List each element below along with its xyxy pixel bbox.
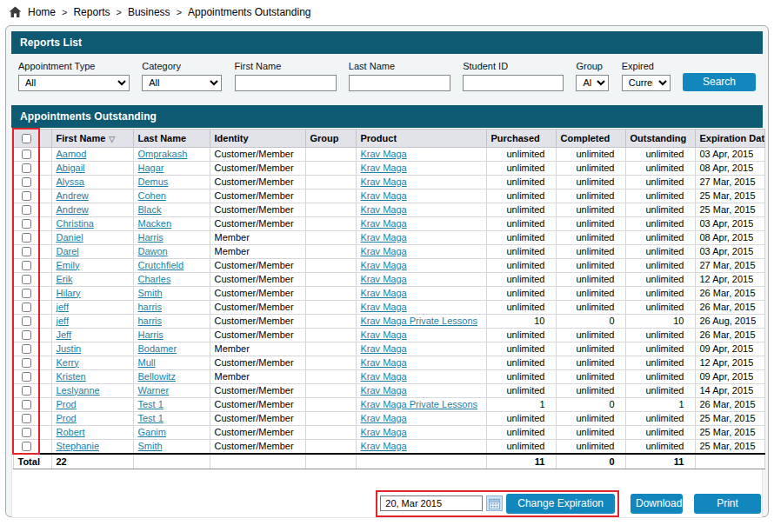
product-link[interactable]: Krav Maga [361,413,407,423]
first-name-link[interactable]: Hilary [57,288,81,298]
row-checkbox[interactable] [22,177,31,187]
first-name-input[interactable] [235,75,337,91]
first-name-link[interactable]: Prod [57,413,77,423]
first-name-link[interactable]: Kerry [57,357,79,368]
column-product[interactable]: Product [356,129,486,147]
last-name-link[interactable]: Bodamer [138,343,177,354]
column-purchased[interactable]: Purchased [486,129,556,147]
breadcrumb-home[interactable]: Home [28,6,56,18]
product-link[interactable]: Krav Maga [361,149,407,159]
calendar-icon[interactable] [486,495,503,511]
product-link[interactable]: Krav Maga [361,204,407,215]
column-outstanding[interactable]: Outstanding [625,129,695,147]
row-checkbox[interactable] [22,150,31,159]
last-name-link[interactable]: Mull [138,357,156,368]
row-checkbox[interactable] [22,275,31,284]
product-link[interactable]: Krav Maga [361,246,407,256]
product-link[interactable]: Krav Maga [361,329,407,340]
product-link[interactable]: Krav Maga [361,371,407,382]
breadcrumb-business[interactable]: Business [128,6,170,18]
row-checkbox[interactable] [22,205,31,215]
appointment-type-select[interactable]: All [18,75,130,91]
last-name-link[interactable]: Test 1 [138,413,163,423]
column-completed[interactable]: Completed [556,129,625,147]
row-checkbox[interactable] [22,219,31,229]
product-link[interactable]: Krav Maga [361,385,407,396]
column-last-name[interactable]: Last Name [133,129,210,147]
first-name-link[interactable]: Aamod [57,149,87,159]
product-link[interactable]: Krav Maga [361,190,407,201]
last-name-link[interactable]: harris [138,316,163,326]
first-name-link[interactable]: Robert [57,427,85,437]
row-checkbox[interactable] [22,400,31,409]
product-link[interactable]: Krav Maga [361,260,407,270]
change-expiration-button[interactable]: Change Expiration [506,494,615,514]
last-name-link[interactable]: Cohen [138,190,166,201]
row-checkbox[interactable] [22,316,31,326]
category-select[interactable]: All [142,75,222,91]
row-checkbox[interactable] [22,191,31,201]
group-select[interactable]: All [576,75,609,91]
last-name-link[interactable]: Demus [138,176,169,187]
row-checkbox[interactable] [22,372,31,382]
print-button[interactable]: Print [694,494,761,514]
product-link[interactable]: Krav Maga Private Lessons [361,316,478,326]
first-name-link[interactable]: Justin [57,343,82,354]
first-name-link[interactable]: Andrew [57,190,89,201]
last-name-link[interactable]: Harris [138,329,163,340]
column-group[interactable]: Group [305,129,356,147]
last-name-input[interactable] [349,75,450,91]
row-checkbox[interactable] [22,442,31,451]
first-name-link[interactable]: jeff [57,302,69,312]
last-name-link[interactable]: harris [138,302,163,312]
last-name-link[interactable]: Black [138,204,162,215]
first-name-link[interactable]: Emily [57,260,80,270]
product-link[interactable]: Krav Maga [361,176,407,187]
column-first-name[interactable]: First Name▽ [51,129,133,147]
first-name-link[interactable]: Christina [57,218,94,229]
product-link[interactable]: Krav Maga [361,163,407,173]
download-button[interactable]: Download [631,494,683,514]
first-name-link[interactable]: Prod [57,399,77,409]
home-icon[interactable] [9,6,22,18]
last-name-link[interactable]: Crutchfield [138,260,184,270]
product-link[interactable]: Krav Maga [361,357,407,368]
row-checkbox[interactable] [22,358,31,368]
first-name-link[interactable]: Andrew [57,204,89,215]
expired-select[interactable]: Current [622,75,671,91]
row-checkbox[interactable] [22,303,31,312]
first-name-link[interactable]: Stephanie [57,441,100,451]
last-name-link[interactable]: Hagar [138,163,164,173]
last-name-link[interactable]: Warner [138,385,170,396]
select-all-checkbox[interactable] [22,134,31,143]
row-checkbox[interactable] [22,386,31,396]
row-checkbox[interactable] [22,247,31,256]
product-link[interactable]: Krav Maga [361,218,407,229]
first-name-link[interactable]: Daniel [57,232,83,243]
row-checkbox[interactable] [22,344,31,354]
product-link[interactable]: Krav Maga [361,441,407,451]
product-link[interactable]: Krav Maga [361,274,407,284]
product-link[interactable]: Krav Maga [361,232,407,243]
last-name-link[interactable]: Smith [138,441,163,451]
first-name-link[interactable]: Alyssa [57,176,84,187]
last-name-link[interactable]: Ganim [138,427,166,437]
last-name-link[interactable]: Dawon [138,246,168,256]
last-name-link[interactable]: Macken [138,218,172,229]
first-name-link[interactable]: Abigail [57,163,85,173]
expiration-date-input[interactable] [380,495,483,511]
first-name-link[interactable]: Erik [57,274,73,284]
first-name-link[interactable]: Darel [57,246,79,256]
column-expiration-date[interactable]: Expiration Date [695,129,764,147]
column-identity[interactable]: Identity [210,129,305,147]
product-link[interactable]: Krav Maga [361,343,407,354]
first-name-link[interactable]: Jeff [57,329,72,340]
row-checkbox[interactable] [22,428,31,437]
product-link[interactable]: Krav Maga [361,288,407,298]
row-checkbox[interactable] [22,163,31,173]
product-link[interactable]: Krav Maga Private Lessons [361,399,478,409]
search-button[interactable]: Search [683,73,756,91]
last-name-link[interactable]: Charles [138,274,171,284]
product-link[interactable]: Krav Maga [361,302,407,312]
first-name-link[interactable]: jeff [57,316,69,326]
